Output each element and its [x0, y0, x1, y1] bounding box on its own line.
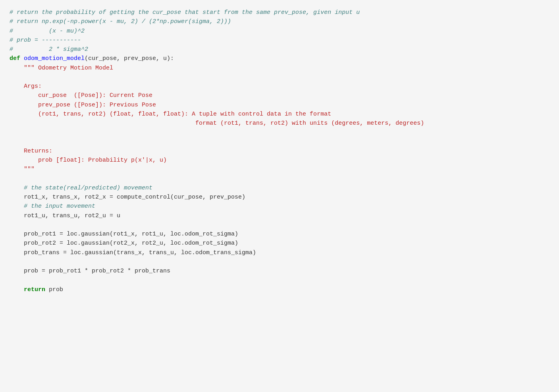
code-line: format (rot1, trans, rot2) with units (d…	[10, 119, 549, 128]
code-line: # return np.exp(-np.power(x - mu, 2) / (…	[10, 17, 549, 26]
code-token: Returns:	[10, 148, 52, 154]
code-token: prob_rot1 = loc.gaussian(rot1_x, rot1_u,…	[10, 231, 238, 238]
code-token: Args:	[10, 83, 42, 90]
code-token: """ Odometry Motion Model	[10, 65, 113, 71]
code-token	[10, 286, 24, 293]
code-token: # prob = -----------	[10, 37, 81, 44]
code-token: # the state(real/predicted) movement	[10, 185, 152, 191]
code-token: format (rot1, trans, rot2) with units (d…	[10, 120, 424, 127]
code-line: prob [float]: Probability p(x'|x, u)	[10, 156, 549, 165]
code-token: rot1_x, trans_x, rot2_x = compute_contro…	[10, 194, 245, 201]
code-line: # return the probability of getting the …	[10, 8, 549, 17]
code-token: # return the probability of getting the …	[10, 9, 360, 16]
code-token: prob [float]: Probability p(x'|x, u)	[10, 157, 167, 164]
code-line: cur_pose ([Pose]): Current Pose	[10, 91, 549, 100]
code-container: # return the probability of getting the …	[0, 0, 559, 392]
code-line: prob = prob_rot1 * prob_rot2 * prob_tran…	[10, 266, 549, 276]
code-token: # 2 * sigma^2	[10, 46, 88, 53]
code-token: """	[10, 166, 35, 173]
code-token: rot1_u, trans_u, rot2_u = u	[10, 212, 120, 219]
code-line: """ Odometry Motion Model	[10, 64, 549, 73]
code-line	[10, 137, 549, 147]
code-token: prob_trans = loc.gaussian(trans_x, trans…	[10, 249, 256, 256]
code-line: # (x - mu)^2	[10, 27, 549, 36]
code-line: Args:	[10, 82, 549, 91]
code-line: prev_pose ([Pose]): Previous Pose	[10, 100, 549, 110]
code-line: return prob	[10, 285, 549, 294]
code-line: rot1_u, trans_u, rot2_u = u	[10, 211, 549, 220]
code-token: # return np.exp(-np.power(x - mu, 2) / (…	[10, 18, 231, 25]
code-block: # return the probability of getting the …	[10, 8, 549, 294]
code-token: prev_pose ([Pose]): Previous Pose	[10, 102, 156, 108]
code-line	[10, 174, 549, 183]
code-token: # (x - mu)^2	[10, 28, 85, 35]
code-line: prob_trans = loc.gaussian(trans_x, trans…	[10, 248, 549, 257]
code-line: rot1_x, trans_x, rot2_x = compute_contro…	[10, 193, 549, 202]
code-line: # 2 * sigma^2	[10, 45, 549, 54]
code-token: # the input movement	[10, 203, 95, 210]
code-line	[10, 257, 549, 266]
code-line	[10, 128, 549, 137]
code-line: prob_rot1 = loc.gaussian(rot1_x, rot1_u,…	[10, 230, 549, 239]
code-token: odom_motion_model	[24, 55, 85, 62]
code-token: cur_pose ([Pose]): Current Pose	[10, 92, 152, 99]
code-line	[10, 220, 549, 230]
code-line	[10, 276, 549, 285]
code-token: def	[10, 55, 24, 62]
code-line	[10, 73, 549, 82]
code-line: prob_rot2 = loc.gaussian(rot2_x, rot2_u,…	[10, 239, 549, 248]
code-line: (rot1, trans, rot2) (float, float, float…	[10, 110, 549, 119]
code-token: prob_rot2 = loc.gaussian(rot2_x, rot2_u,…	[10, 240, 238, 247]
code-token: prob = prob_rot1 * prob_rot2 * prob_tran…	[10, 268, 170, 274]
code-line: # the input movement	[10, 202, 549, 211]
code-line: # the state(real/predicted) movement	[10, 183, 549, 193]
code-token: return	[24, 286, 45, 293]
code-token: prob	[45, 286, 63, 293]
code-token: (cur_pose, prev_pose, u):	[85, 55, 174, 62]
code-line: """	[10, 165, 549, 174]
code-line: def odom_motion_model(cur_pose, prev_pos…	[10, 54, 549, 63]
code-line: # prob = -----------	[10, 36, 549, 45]
code-line: Returns:	[10, 147, 549, 156]
code-token: (rot1, trans, rot2) (float, float, float…	[10, 111, 331, 118]
